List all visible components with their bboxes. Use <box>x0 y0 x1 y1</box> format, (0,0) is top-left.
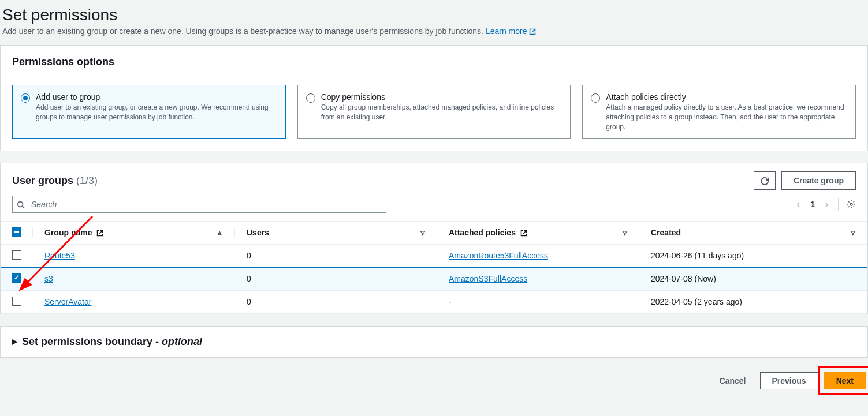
permissions-boundary-panel[interactable]: ▶ Set permissions boundary - optional <box>0 326 868 358</box>
svg-point-1 <box>850 203 852 205</box>
next-page-button[interactable] <box>823 200 830 209</box>
row-checkbox[interactable] <box>12 273 21 283</box>
option-title: Copy permissions <box>321 92 562 102</box>
page-header: Set permissions Add user to an existing … <box>0 0 868 45</box>
created-cell: 2024-07-08 (Now) <box>639 267 867 290</box>
external-link-icon <box>96 230 103 237</box>
users-cell: 0 <box>235 267 437 290</box>
page-title: Set permissions <box>2 6 866 24</box>
permissions-options-title: Permissions options <box>12 56 856 68</box>
filter-icon <box>420 228 426 237</box>
radio-icon <box>591 93 600 103</box>
page-number: 1 <box>810 200 815 209</box>
option-title: Add user to group <box>36 92 277 102</box>
row-checkbox[interactable] <box>12 250 21 260</box>
user-groups-title: User groups (1/3) <box>12 175 98 187</box>
previous-button[interactable]: Previous <box>760 372 818 389</box>
external-link-icon <box>529 28 536 35</box>
users-cell: 0 <box>235 244 437 267</box>
table-row: Route53 0 AmazonRoute53FullAccess 2024-0… <box>1 244 867 267</box>
row-checkbox[interactable] <box>12 297 21 306</box>
col-created[interactable]: Created <box>639 222 867 245</box>
permission-option-2[interactable]: Attach policies directly Attach a manage… <box>582 85 856 139</box>
option-desc: Attach a managed policy directly to a us… <box>606 103 847 132</box>
svg-point-0 <box>18 202 23 207</box>
option-desc: Add user to an existing group, or create… <box>36 103 277 122</box>
users-cell: 0 <box>235 290 437 313</box>
permissions-options-panel: Permissions options Add user to group Ad… <box>0 45 868 151</box>
settings-button[interactable] <box>847 199 856 209</box>
policy-link[interactable]: AmazonS3FullAccess <box>449 274 527 283</box>
filter-icon <box>850 228 856 237</box>
user-groups-panel: User groups (1/3) Create group <box>0 163 868 314</box>
page-subtitle: Add user to an existing group or create … <box>2 27 866 36</box>
next-button[interactable]: Next <box>824 372 866 389</box>
group-name-link[interactable]: Route53 <box>44 251 75 260</box>
refresh-icon <box>760 177 769 186</box>
sort-asc-icon: ▲ <box>215 228 223 237</box>
user-groups-table: Group name ▲ Users Attached policies <box>1 222 867 314</box>
gear-icon <box>847 200 856 209</box>
refresh-button[interactable] <box>754 171 776 189</box>
table-row: ServerAvatar 0 - 2022-04-05 (2 years ago… <box>1 290 867 313</box>
permission-option-1[interactable]: Copy permissions Copy all group membersh… <box>297 85 571 139</box>
group-name-link[interactable]: ServerAvatar <box>44 297 91 306</box>
table-row: s3 0 AmazonS3FullAccess 2024-07-08 (Now) <box>1 267 867 290</box>
permission-option-0[interactable]: Add user to group Add user to an existin… <box>12 85 286 139</box>
prev-page-button[interactable] <box>795 200 802 209</box>
search-icon <box>17 200 25 209</box>
select-all-checkbox[interactable] <box>12 227 21 237</box>
radio-icon <box>306 93 315 103</box>
cancel-button[interactable]: Cancel <box>711 372 754 390</box>
col-users[interactable]: Users <box>235 222 437 245</box>
caret-right-icon: ▶ <box>12 338 17 346</box>
created-cell: 2024-06-26 (11 days ago) <box>639 244 867 267</box>
col-attached-policies[interactable]: Attached policies <box>437 222 639 245</box>
search-input[interactable] <box>12 196 386 213</box>
learn-more-link[interactable]: Learn more <box>486 27 536 36</box>
external-link-icon <box>520 230 527 237</box>
footer-buttons: Cancel Previous Next <box>0 369 868 396</box>
option-title: Attach policies directly <box>606 92 847 102</box>
col-group-name[interactable]: Group name ▲ <box>33 222 235 245</box>
filter-icon <box>622 228 628 237</box>
paginator: 1 <box>795 198 856 211</box>
radio-icon <box>21 93 30 103</box>
created-cell: 2022-04-05 (2 years ago) <box>639 290 867 313</box>
option-desc: Copy all group memberships, attached man… <box>321 103 562 122</box>
create-group-button[interactable]: Create group <box>781 171 856 189</box>
group-name-link[interactable]: s3 <box>44 274 53 283</box>
policy-text: - <box>449 297 452 306</box>
policy-link[interactable]: AmazonRoute53FullAccess <box>449 251 548 260</box>
